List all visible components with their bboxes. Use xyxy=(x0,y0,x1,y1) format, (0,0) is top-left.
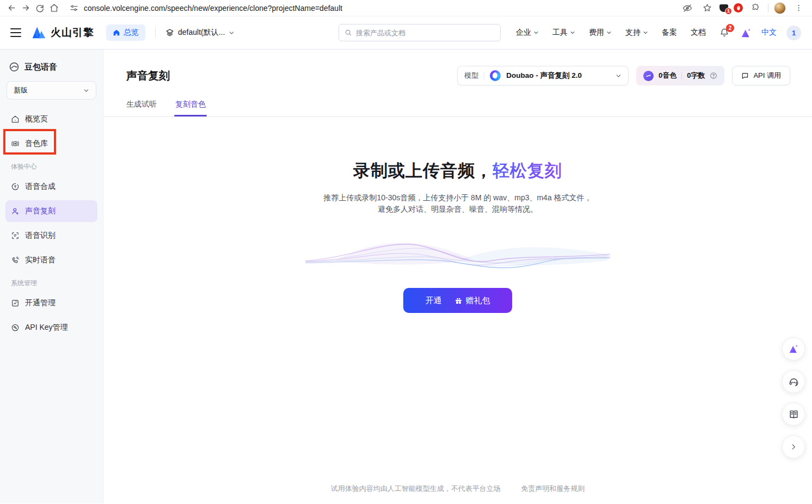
sidebar-section-system: 系统管理 xyxy=(5,274,97,292)
realtime-voice-icon xyxy=(11,256,20,265)
voice-library-icon xyxy=(11,139,20,148)
product-header: 豆包语音 xyxy=(5,57,97,81)
hero-subtitle-line2: 避免多人对话、明显杂音、噪音、混响等情况。 xyxy=(103,204,812,215)
hero-title: 录制或上传音频，轻松复刻 xyxy=(103,159,812,182)
menu-label: 工具 xyxy=(552,28,568,38)
browser-back-button[interactable] xyxy=(4,1,19,15)
collapse-chevron-button[interactable] xyxy=(782,435,805,458)
sidebar-item-label: 开通管理 xyxy=(25,298,56,308)
sidebar-item-asr[interactable]: 语音识别 xyxy=(5,225,97,247)
sidebar-item-activation[interactable]: 开通管理 xyxy=(5,292,97,314)
project-selector[interactable]: default(默认... xyxy=(165,28,235,38)
extension-notes-icon[interactable]: 1 xyxy=(719,4,728,12)
sidebar-item-api-key[interactable]: API Key管理 xyxy=(5,317,97,339)
notifications-bell-icon[interactable]: 2 xyxy=(719,28,729,38)
sidebar-item-label: 概览页 xyxy=(25,114,48,124)
api-key-icon xyxy=(11,323,20,332)
site-info-icon[interactable] xyxy=(70,4,78,13)
ai-assistant-float-button[interactable] xyxy=(782,337,805,360)
menu-label: 备案 xyxy=(662,28,677,38)
tab-generate-preview[interactable]: 生成试听 xyxy=(126,100,157,116)
volcengine-logo[interactable]: 火山引擎 xyxy=(32,26,94,40)
bookmark-star-icon[interactable] xyxy=(700,1,714,15)
api-chat-icon xyxy=(741,72,749,79)
browser-forward-button[interactable] xyxy=(19,1,33,15)
sidebar-item-label: 语音合成 xyxy=(25,182,56,192)
search-input[interactable] xyxy=(356,29,495,37)
url-text[interactable]: console.volcengine.com/speech/new/experi… xyxy=(84,4,342,13)
nav-menu-icp[interactable]: 备案 xyxy=(662,28,677,38)
gift-icon xyxy=(455,297,462,304)
sidebar-section-experience: 体验中心 xyxy=(5,157,97,176)
hero-title-main: 录制或上传音频， xyxy=(353,161,493,180)
tab-clone-voice[interactable]: 复刻音色 xyxy=(175,100,206,116)
extensions-puzzle-icon[interactable] xyxy=(748,1,762,15)
layers-icon xyxy=(165,28,174,37)
model-label: 模型 xyxy=(464,71,478,81)
chevron-down-icon xyxy=(533,30,539,35)
language-switch[interactable]: 中文 xyxy=(761,28,777,38)
mountain-logo-icon xyxy=(32,26,46,39)
hamburger-menu-icon[interactable] xyxy=(7,23,25,42)
home-outline-icon xyxy=(11,115,20,124)
nav-menu-enterprise[interactable]: 企业 xyxy=(516,28,539,38)
quota-char-count: 0字数 xyxy=(687,71,705,81)
support-headset-button[interactable] xyxy=(782,370,805,393)
asr-icon xyxy=(11,231,20,240)
menu-label: 费用 xyxy=(589,28,604,38)
global-search[interactable] xyxy=(339,24,501,41)
page-title: 声音复刻 xyxy=(126,69,170,83)
quota-voice-count: 0音色 xyxy=(659,71,676,81)
address-bar[interactable]: console.volcengine.com/speech/new/experi… xyxy=(70,4,680,13)
nav-divider xyxy=(155,28,156,38)
notification-count-badge: 2 xyxy=(726,24,734,32)
extension-badge: 1 xyxy=(725,8,732,15)
disclaimer-text: 试用体验内容均由人工智能模型生成，不代表平台立场 xyxy=(331,484,501,493)
hero-title-accent: 轻松复刻 xyxy=(493,161,562,180)
ai-assistant-icon[interactable] xyxy=(740,28,752,38)
activate-gift-button[interactable]: 开通 赠礼包 xyxy=(403,288,512,313)
doubao-voice-icon xyxy=(9,62,20,72)
chevron-down-icon xyxy=(606,30,612,35)
account-avatar[interactable]: 1 xyxy=(786,26,801,40)
nav-menu-tools[interactable]: 工具 xyxy=(552,28,575,38)
model-value: Doubao - 声音复刻 2.0 xyxy=(506,71,582,81)
tab-bar: 生成试听 复刻音色 xyxy=(126,100,790,116)
sidebar-item-realtime-voice[interactable]: 实时语音 xyxy=(5,249,97,271)
browser-profile-avatar[interactable] xyxy=(774,2,786,14)
browser-home-button[interactable] xyxy=(47,1,61,15)
nav-menu-billing[interactable]: 费用 xyxy=(589,28,612,38)
overview-nav-button[interactable]: 总览 xyxy=(106,24,145,41)
version-selector[interactable]: 新版 xyxy=(7,81,96,100)
sidebar-item-overview[interactable]: 概览页 xyxy=(5,108,97,130)
api-button-label: API 调用 xyxy=(753,71,781,81)
activation-icon xyxy=(11,299,20,308)
quota-wave-icon xyxy=(643,71,654,81)
search-icon xyxy=(345,29,352,36)
sidebar-item-voice-library[interactable]: 音色库 xyxy=(5,133,97,155)
main-content: 声音复刻 模型 Doubao - 声音复刻 2.0 0音色 xyxy=(103,50,812,503)
doubao-logo-icon xyxy=(490,70,501,81)
menu-label: 企业 xyxy=(516,28,531,38)
overview-label: 总览 xyxy=(124,28,139,38)
sidebar-item-voice-clone[interactable]: 声音复刻 xyxy=(5,200,97,222)
hero-subtitle: 推荐上传或录制10-30s音频，上传支持小于 8M 的 wav、mp3、m4a … xyxy=(103,192,812,215)
chevron-down-icon xyxy=(229,30,235,36)
project-value: default(默认... xyxy=(178,28,225,38)
menu-label: 文档 xyxy=(691,28,706,38)
nav-menu-docs[interactable]: 文档 xyxy=(691,28,706,38)
sidebar-item-tts[interactable]: 语音合成 xyxy=(5,176,97,198)
help-question-icon[interactable] xyxy=(710,72,717,79)
terms-link[interactable]: 免责声明和服务规则 xyxy=(521,484,585,493)
model-selector[interactable]: 模型 Doubao - 声音复刻 2.0 xyxy=(457,66,629,85)
quota-badge[interactable]: 0音色 0字数 xyxy=(636,66,724,85)
adblock-icon[interactable] xyxy=(734,3,743,13)
docs-book-button[interactable] xyxy=(782,403,805,426)
browser-reload-button[interactable] xyxy=(33,1,47,15)
browser-menu-kebab-icon[interactable] xyxy=(791,1,805,15)
hero-subtitle-line1: 推荐上传或录制10-30s音频，上传支持小于 8M 的 wav、mp3、m4a … xyxy=(103,192,812,204)
gift-label: 赠礼包 xyxy=(466,296,490,306)
api-call-button[interactable]: API 调用 xyxy=(732,66,790,85)
hide-eye-icon[interactable] xyxy=(680,1,694,15)
nav-menu-support[interactable]: 支持 xyxy=(625,28,648,38)
